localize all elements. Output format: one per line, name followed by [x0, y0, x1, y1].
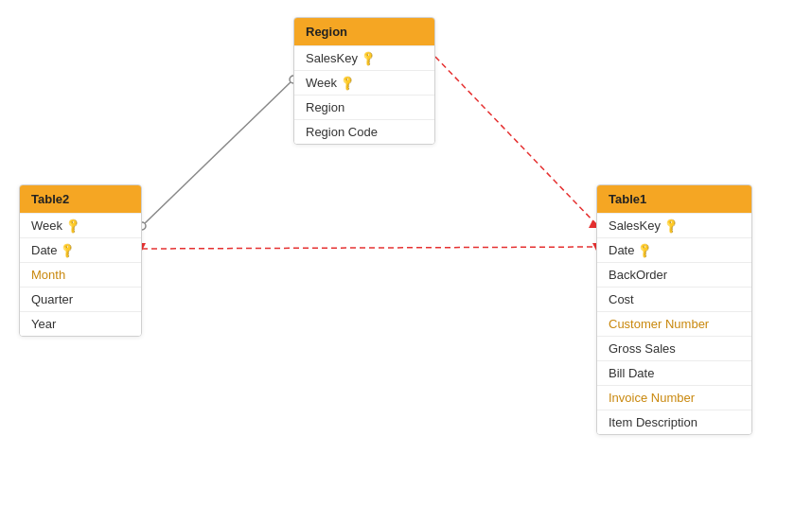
t1-key-icon-date: 🔑 [636, 241, 654, 259]
connection-table2-week-region-week [142, 79, 293, 226]
table-region-row-regioncode[interactable]: Region Code [294, 119, 434, 144]
t1-date-label: Date [609, 243, 634, 257]
table-region-row-saleskey[interactable]: SalesKey 🔑 [294, 45, 434, 70]
table-table2-row-week[interactable]: Week 🔑 [20, 213, 141, 237]
t2-quarter-label: Quarter [31, 292, 73, 306]
t1-customernumber-label: Customer Number [609, 317, 709, 331]
table-table1-row-invoicenumber[interactable]: Invoice Number [597, 385, 751, 410]
table-table2-row-date[interactable]: Date 🔑 [20, 237, 141, 262]
t2-date-label: Date [31, 243, 57, 257]
t2-year-label: Year [31, 317, 56, 331]
t2-key-icon-date: 🔑 [59, 241, 77, 259]
t1-grosssales-label: Gross Sales [609, 341, 676, 356]
table-table1-row-cost[interactable]: Cost [597, 287, 751, 311]
connection-table2-date-table1-date [142, 247, 596, 249]
t1-itemdescription-label: Item Description [609, 415, 697, 429]
table-table1-row-customernumber[interactable]: Customer Number [597, 311, 751, 336]
table-region: Region SalesKey 🔑 Week 🔑 Region Region C… [293, 17, 435, 145]
t2-key-icon-week: 🔑 [63, 217, 81, 235]
week-label: Week [306, 76, 337, 90]
table-table1-row-date[interactable]: Date 🔑 [597, 237, 751, 262]
table-table2-row-month[interactable]: Month [20, 262, 141, 287]
t1-backorder-label: BackOrder [609, 268, 667, 282]
t2-month-label: Month [31, 268, 65, 282]
table-table1-header: Table1 [597, 185, 751, 213]
connection-region-saleskey-table1-saleskey [435, 57, 596, 224]
table-table2-header: Table2 [20, 185, 141, 213]
table-region-row-region[interactable]: Region [294, 95, 434, 119]
table-region-row-week[interactable]: Week 🔑 [294, 70, 434, 95]
table-table1-row-backorder[interactable]: BackOrder [597, 262, 751, 287]
table-table1-row-billdate[interactable]: Bill Date [597, 360, 751, 385]
table-table1-row-grosssales[interactable]: Gross Sales [597, 336, 751, 360]
table-table2-row-quarter[interactable]: Quarter [20, 287, 141, 311]
table-table2-row-year[interactable]: Year [20, 311, 141, 336]
region-label: Region [306, 100, 344, 114]
table-table1: Table1 SalesKey 🔑 Date 🔑 BackOrder Cost … [596, 184, 752, 435]
table-table2: Table2 Week 🔑 Date 🔑 Month Quarter Year [19, 184, 142, 337]
t1-saleskey-label: SalesKey [609, 218, 661, 233]
table-table1-row-itemdescription[interactable]: Item Description [597, 410, 751, 434]
diagram-canvas: Region SalesKey 🔑 Week 🔑 Region Region C… [0, 0, 812, 506]
t2-week-label: Week [31, 218, 62, 233]
t1-key-icon-saleskey: 🔑 [662, 217, 680, 235]
table-region-header: Region [294, 18, 434, 45]
t1-invoicenumber-label: Invoice Number [609, 391, 695, 405]
t1-billdate-label: Bill Date [609, 366, 654, 380]
regioncode-label: Region Code [306, 125, 378, 139]
key-icon-week: 🔑 [338, 74, 356, 92]
saleskey-label: SalesKey [306, 51, 358, 65]
table-table1-row-saleskey[interactable]: SalesKey 🔑 [597, 213, 751, 237]
key-icon-saleskey: 🔑 [359, 49, 377, 67]
t1-cost-label: Cost [609, 292, 634, 306]
